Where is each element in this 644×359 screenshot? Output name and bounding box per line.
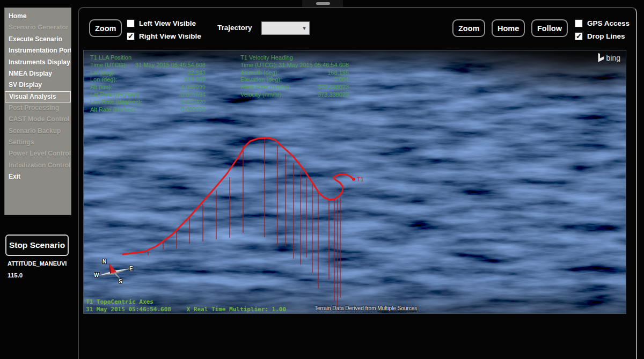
sidebar-item-settings: Settings [5, 137, 71, 148]
telemetry-label: Alt Rate (km/sec): [90, 106, 137, 114]
vehicle-label: T1 [357, 176, 364, 182]
trajectory-label: Trajectory [217, 24, 252, 32]
telemetry-label: Lon Rate (deg/sec): [90, 99, 142, 106]
compass-south-label: S [119, 279, 122, 284]
telemetry-lla-position: T1 LLA PositionTime (UTCG):31 May 2015 0… [90, 54, 206, 113]
telemetry-row: Alt Rate (km/sec):0.000003 [90, 106, 206, 114]
chevron-down-icon: ▾ [299, 25, 309, 32]
telemetry-value: 31 May 2015 05:46:54.608 [135, 62, 206, 69]
telemetry-row: Lat (deg):32.943 [90, 69, 206, 77]
view-checkbox-group: Left View Visible✓Right View Visible [127, 17, 201, 42]
telemetry-label: Alt (km): [90, 84, 112, 91]
bing-icon [598, 53, 604, 62]
telemetry-value: 373.338023 [318, 91, 349, 99]
sidebar-item-sv-display[interactable]: SV Display [5, 79, 71, 91]
realtime-multiplier-text: X Real Time Multiplier: 1.00 [187, 306, 286, 313]
bing-logo: bing [598, 53, 620, 62]
sim-time-text: 31 May 2015 05:46:54.608 [86, 306, 171, 313]
telemetry-row: Lon (deg):-117.899 [90, 76, 206, 84]
home-button[interactable]: Home [492, 19, 525, 37]
multiple-sources-link[interactable]: Multiple Sources [377, 305, 417, 311]
window-drag-handle[interactable] [302, 0, 343, 7]
telemetry-label: Lat Rate (deg/sec): [90, 91, 141, 99]
attribution-prefix: Terrain Data Derived from [314, 305, 377, 311]
drag-pill-icon [316, 2, 330, 5]
telemetry-label: Lat (deg): [90, 69, 115, 77]
scenario-name-text: ATTITUDE_MANEUVI [8, 260, 67, 267]
telemetry-row: Time (UTCG):31 May 2015 05:46:54.608 [240, 62, 349, 69]
telemetry-velocity-heading: T1 Velocity HeadingTime (UTCG):31 May 20… [240, 54, 349, 99]
time-status-text: 31 May 2015 05:46:54.608 X Real Time Mul… [86, 306, 286, 313]
telemetry-row: Time (UTCG):31 May 2015 05:46:54.608 [90, 62, 206, 69]
checkbox-left-view-visible[interactable]: Left View Visible [127, 17, 201, 29]
telemetry-row: Azimuth (deg):168.195 [240, 69, 349, 77]
stop-scenario-button[interactable]: Stop Scenario [5, 235, 69, 256]
terrain-attribution: Terrain Data Derived from Multiple Sourc… [314, 305, 417, 311]
telemetry-value: -117.899 [182, 76, 206, 84]
compass-west-label: W [94, 272, 99, 278]
sidebar-item-exit[interactable]: Exit [5, 171, 71, 182]
sidebar-item-visual-analysis[interactable]: Visual Analysis [5, 91, 71, 102]
sidebar-item-nmea-display[interactable]: NMEA Display [5, 68, 71, 79]
telemetry-value: 31 May 2015 05:46:54.608 [279, 62, 349, 69]
compass-east-label: E [129, 266, 133, 272]
compass-north-label: N [103, 259, 106, 265]
sidebar-item-home[interactable]: Home [5, 11, 71, 22]
telemetry-label: Time (UTCG): [90, 62, 127, 69]
checkbox-unchecked-icon[interactable] [575, 19, 583, 27]
telemetry-row: Lon Rate (deg/sec):0.000420 [90, 99, 206, 106]
vehicle-marker [352, 178, 355, 181]
option-checkbox-group: GPS Access✓Drop Lines [575, 17, 630, 42]
checkbox-unchecked-icon[interactable] [127, 19, 135, 27]
application-window: HomeScenario GeneratorExecute ScenarioIn… [0, 0, 644, 359]
telemetry-value: 32.943 [187, 69, 206, 77]
checkbox-checked-icon[interactable]: ✓ [127, 32, 135, 40]
telemetry-value: 0.000003 [181, 106, 206, 114]
checkbox-label: Right View Visible [139, 32, 201, 40]
telemetry-row: Alt (km):4.999999 [90, 84, 206, 91]
checkbox-gps-access[interactable]: GPS Access [575, 17, 630, 29]
telemetry-value: 0.001 [334, 76, 349, 84]
sidebar-menu: HomeScenario GeneratorExecute ScenarioIn… [4, 8, 71, 215]
telemetry-label: Horiz Rate (nm/hr): [240, 84, 291, 91]
telemetry-label: Azimuth (deg): [240, 69, 279, 77]
checkbox-checked-icon[interactable]: ✓ [575, 32, 583, 40]
axes-status-text: T1 TopoCentric Axes [86, 298, 153, 305]
sidebar-item-instrumentation-port[interactable]: Instrumentation Port [5, 45, 71, 56]
telemetry-row: Lat Rate (deg/sec):-0.001694 [90, 91, 206, 99]
telemetry-value: 4.999999 [181, 84, 206, 91]
telemetry-row: Elevation (deg):0.001 [240, 76, 349, 84]
telemetry-title: T1 Velocity Heading [240, 54, 349, 62]
sidebar-item-power-level-control: Power Level Control [5, 148, 71, 159]
sidebar-item-instruments-display[interactable]: Instruments Display [5, 57, 71, 68]
compass-rose[interactable]: N E S W [94, 258, 135, 287]
sidebar-item-execute-scenario[interactable]: Execute Scenario [5, 34, 71, 45]
checkbox-label: GPS Access [587, 19, 630, 27]
zoom-left-button[interactable]: Zoom [89, 19, 122, 37]
checkbox-drop-lines[interactable]: ✓Drop Lines [575, 30, 630, 42]
follow-button[interactable]: Follow [531, 19, 568, 37]
map-viewport[interactable]: T1 T1 LLA PositionTime (UTCG):31 May 201… [83, 50, 626, 314]
sidebar-item-initialization-control: Initialization Control [5, 160, 71, 171]
checkbox-right-view-visible[interactable]: ✓Right View Visible [127, 30, 201, 42]
telemetry-value: -0.001694 [179, 91, 206, 99]
telemetry-label: Lon (deg): [90, 76, 117, 84]
trajectory-select[interactable]: ▾ [261, 21, 310, 35]
zoom-right-button[interactable]: Zoom [452, 19, 485, 37]
telemetry-value: 373.338023 [318, 84, 349, 91]
sidebar-item-scenario-backup: Scenario Backup [5, 126, 71, 137]
telemetry-label: Velocity (nm/hr): [240, 91, 283, 99]
checkbox-label: Left View Visible [139, 19, 196, 27]
telemetry-title: T1 LLA Position [90, 54, 206, 62]
sidebar-item-post-processing: Post Processing [5, 102, 71, 114]
telemetry-label: Elevation (deg): [240, 76, 282, 84]
telemetry-label: Time (UTCG): [240, 62, 277, 69]
sidebar-item-scenario-generator: Scenario Generator [5, 22, 71, 33]
trajectory-path [123, 138, 354, 254]
telemetry-row: Velocity (nm/hr):373.338023 [240, 91, 349, 99]
sidebar-item-cast-mode-control: CAST Mode Control [5, 114, 71, 125]
telemetry-row: Horiz Rate (nm/hr):373.338023 [240, 84, 349, 91]
bing-label: bing [606, 54, 620, 62]
checkbox-label: Drop Lines [587, 32, 625, 40]
scenario-time-text: 115.0 [8, 272, 23, 279]
